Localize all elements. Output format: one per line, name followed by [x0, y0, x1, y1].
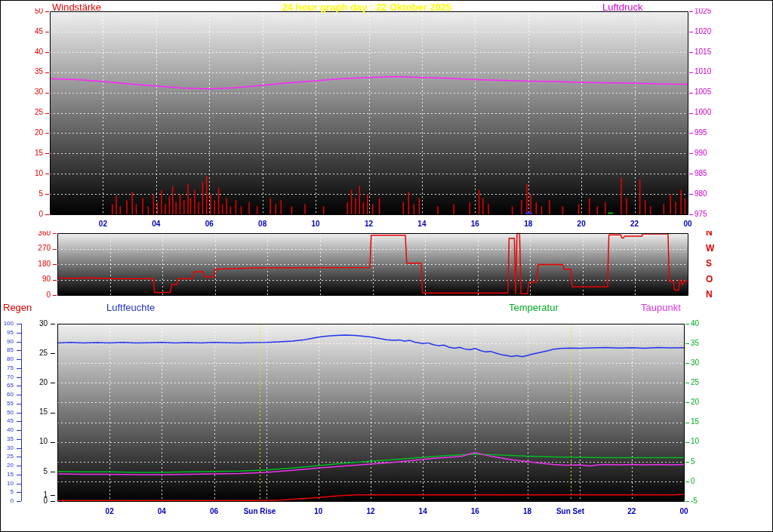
humidity-label: Luftfeuchte [106, 302, 155, 313]
rain-label: Regen [3, 302, 32, 313]
dewpoint-label: Taupunkt [641, 302, 681, 313]
wind-pressure-chart [1, 8, 773, 231]
weather-daily-graph-page: Windstärke 24 hour graph day : 22 Oktobe… [0, 0, 773, 532]
temperature-label: Temperatur [509, 302, 559, 313]
wind-direction-chart [1, 231, 773, 306]
humidity-temperature-dewpoint-rain-chart [1, 306, 773, 532]
pressure-label: Luftdruck [602, 2, 642, 13]
